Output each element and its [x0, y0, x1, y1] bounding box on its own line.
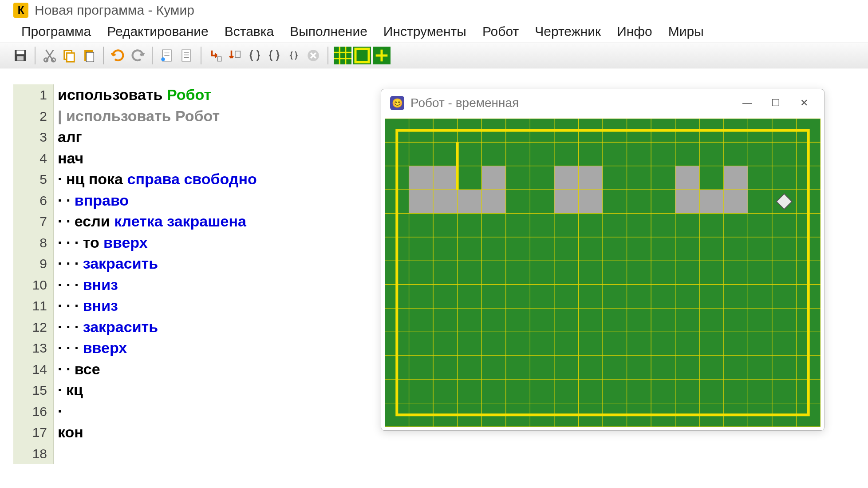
doc2-icon[interactable]: [178, 47, 195, 64]
code-line[interactable]: · · · то вверх: [58, 232, 257, 254]
svg-rect-18: [235, 51, 240, 57]
menu-worlds[interactable]: Миры: [660, 20, 712, 43]
line-number: 4: [13, 148, 53, 169]
code-line[interactable]: кон: [58, 422, 257, 443]
code-line[interactable]: · нц пока справа свободно: [58, 169, 257, 190]
code-line[interactable]: | использовать Робот: [58, 106, 257, 127]
svg-rect-32: [481, 166, 506, 190]
svg-rect-37: [409, 190, 434, 213]
svg-rect-41: [554, 190, 579, 213]
svg-rect-39: [458, 190, 482, 213]
svg-rect-38: [433, 190, 458, 213]
robot-window: 😊 Робот - временная — ☐ ✕: [381, 89, 825, 431]
toolbar: [0, 43, 868, 68]
svg-rect-36: [724, 166, 748, 190]
code-line[interactable]: использовать Робот: [58, 84, 257, 106]
code-line[interactable]: · · все: [58, 359, 257, 380]
code-line[interactable]: · · · закрасить: [58, 317, 257, 338]
code-line[interactable]: · · · закрасить: [58, 253, 257, 274]
svg-marker-81: [777, 194, 792, 209]
line-number: 17: [13, 422, 53, 443]
menu-info[interactable]: Инфо: [609, 20, 660, 43]
svg-rect-30: [409, 166, 434, 190]
line-number: 1: [13, 84, 53, 106]
code-line[interactable]: ·: [58, 401, 257, 422]
code-line[interactable]: · · если клетка закрашена: [58, 211, 257, 232]
code-line[interactable]: · · · вниз: [58, 274, 257, 296]
svg-point-12: [161, 57, 165, 61]
app-icon: К: [13, 3, 28, 18]
separator: [103, 47, 104, 64]
code-line[interactable]: · кц: [58, 380, 257, 401]
step-over-icon[interactable]: [226, 47, 244, 64]
robot-window-title: Робот - временная: [410, 96, 730, 110]
line-number: 5: [13, 169, 53, 190]
svg-rect-2: [17, 56, 24, 60]
redo-icon[interactable]: [129, 47, 146, 64]
menu-insert[interactable]: Вставка: [217, 20, 282, 43]
svg-rect-35: [675, 166, 700, 190]
cut-icon[interactable]: [41, 47, 59, 64]
svg-rect-40: [481, 190, 506, 213]
line-number: 3: [13, 127, 53, 148]
menu-tools[interactable]: Инструменты: [375, 20, 474, 43]
menu-program[interactable]: Программа: [13, 20, 99, 43]
svg-rect-1: [17, 51, 24, 55]
code-line[interactable]: · · вправо: [58, 190, 257, 211]
line-number: 14: [13, 359, 53, 380]
svg-rect-42: [578, 190, 603, 213]
line-number: 6: [13, 190, 53, 211]
line-gutter: 123456789101112131415161718: [13, 84, 54, 464]
robot-grid-icon[interactable]: [334, 47, 351, 64]
menu-run[interactable]: Выполнение: [282, 20, 375, 43]
copy-icon[interactable]: [60, 47, 78, 64]
svg-rect-13: [182, 50, 191, 61]
doc-icon[interactable]: [158, 47, 176, 64]
braces-icon[interactable]: [246, 47, 264, 64]
line-number: 15: [13, 380, 53, 401]
svg-point-3: [44, 58, 48, 62]
window-title: Новая программа - Кумир: [35, 3, 194, 18]
line-number: 9: [13, 253, 53, 274]
undo-icon[interactable]: [109, 47, 127, 64]
line-number: 18: [13, 443, 53, 464]
code-line[interactable]: нач: [58, 148, 257, 169]
code-line[interactable]: · · · вверх: [58, 337, 257, 359]
code-line[interactable]: алг: [58, 127, 257, 148]
braces-small-icon[interactable]: [285, 47, 303, 64]
menubar: Программа Редактирование Вставка Выполне…: [0, 20, 868, 43]
robot-app-icon: 😊: [390, 96, 404, 110]
line-number: 12: [13, 317, 53, 338]
svg-rect-17: [217, 57, 221, 61]
code-content[interactable]: использовать Робот| использовать Роботал…: [58, 84, 257, 464]
menu-robot[interactable]: Робот: [474, 20, 527, 43]
robot-grid[interactable]: [385, 119, 821, 427]
svg-rect-31: [433, 166, 458, 190]
robot-border-icon[interactable]: [353, 47, 371, 64]
separator: [201, 47, 201, 64]
maximize-icon[interactable]: ☐: [765, 94, 787, 112]
svg-point-4: [51, 58, 55, 62]
save-icon[interactable]: [12, 47, 29, 64]
menu-drafter[interactable]: Чертежник: [527, 20, 609, 43]
svg-rect-6: [67, 53, 74, 62]
separator: [327, 47, 328, 64]
braces2-icon[interactable]: [265, 47, 283, 64]
svg-rect-44: [699, 190, 724, 213]
titlebar: К Новая программа - Кумир: [0, 0, 868, 20]
close-icon[interactable]: ✕: [793, 94, 815, 112]
code-line[interactable]: [58, 443, 257, 464]
line-number: 10: [13, 274, 53, 296]
stop-icon[interactable]: [304, 47, 322, 64]
svg-rect-8: [86, 52, 94, 62]
step-into-icon[interactable]: [207, 47, 225, 64]
robot-titlebar[interactable]: 😊 Робот - временная — ☐ ✕: [381, 89, 824, 117]
robot-plus-icon[interactable]: [373, 47, 391, 64]
separator: [152, 47, 153, 64]
code-line[interactable]: · · · вниз: [58, 295, 257, 317]
paste-icon[interactable]: [80, 47, 98, 64]
menu-edit[interactable]: Редактирование: [99, 20, 217, 43]
line-number: 8: [13, 232, 53, 254]
minimize-icon[interactable]: —: [736, 94, 758, 112]
line-number: 13: [13, 337, 53, 359]
